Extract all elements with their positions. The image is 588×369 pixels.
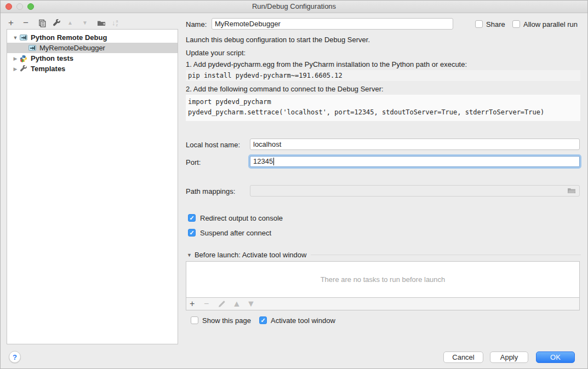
intro-text: Launch this debug configuration to start… [186, 36, 370, 44]
configurations-tree: ▼ Python Remote Debug MyRemoteDebugger ▶… [7, 29, 178, 344]
ok-button[interactable]: OK [536, 351, 575, 363]
activate-tool-window-checkbox[interactable]: ✓ [259, 316, 267, 324]
port-input[interactable]: 12345 [250, 156, 580, 167]
sort-az-icon: az [116, 19, 118, 27]
browse-folder-icon[interactable] [567, 187, 576, 194]
redirect-output-label: Redirect output to console [200, 214, 283, 222]
tree-item-label: Templates [31, 65, 65, 73]
edit-templates-button[interactable] [53, 18, 67, 28]
settrace-code[interactable]: import pydevd_pycharm pydevd_pycharm.set… [186, 95, 580, 121]
name-label: Name: [186, 20, 207, 28]
copy-icon [38, 19, 46, 27]
add-task-button[interactable]: + [190, 298, 204, 309]
run-debug-configurations-dialog: Run/Debug Configurations + − ▲ ▼ [0, 0, 588, 369]
window-title: Run/Debug Configurations [252, 2, 336, 10]
allow-parallel-run-checkbox[interactable] [512, 20, 520, 28]
apply-button[interactable]: Apply [490, 351, 528, 363]
remove-configuration-button[interactable]: − [23, 18, 38, 28]
before-launch-toolbar: + − ▲ ▼ [186, 298, 580, 310]
close-window-button[interactable] [5, 3, 12, 10]
new-folder-icon [97, 19, 106, 27]
share-checkbox[interactable] [475, 20, 483, 28]
path-mappings-label: Path mappings: [186, 187, 235, 195]
step1-text: 1. Add pydevd-pycharm.egg from the PyCha… [186, 60, 467, 68]
update-script-text: Update your script: [186, 49, 246, 57]
tree-item-myremotedebugger[interactable]: MyRemoteDebugger [7, 43, 178, 53]
pencil-icon [218, 301, 225, 308]
move-task-up-button[interactable]: ▲ [232, 298, 247, 309]
python-tests-icon [19, 55, 28, 62]
collapse-triangle-icon[interactable]: ▼ [187, 252, 192, 258]
suspend-after-connect-checkbox[interactable]: ✓ [188, 229, 196, 237]
expander-closed-icon[interactable]: ▶ [12, 56, 19, 61]
text-caret [273, 158, 274, 165]
tree-item-templates[interactable]: ▶ Templates [7, 64, 178, 74]
wrench-icon [19, 65, 28, 73]
before-launch-title: Before launch: Activate tool window [195, 251, 307, 259]
move-task-down-button[interactable]: ▼ [247, 298, 261, 309]
no-tasks-text: There are no tasks to run before launch [321, 275, 446, 284]
name-input[interactable] [212, 18, 453, 30]
add-configuration-button[interactable]: + [8, 18, 23, 28]
cancel-button[interactable]: Cancel [443, 351, 483, 363]
before-launch-header[interactable]: ▼ Before launch: Activate tool window [187, 251, 581, 259]
tree-item-python-tests[interactable]: ▶ Python tests [7, 53, 178, 64]
header-rule [311, 255, 581, 255]
zoom-window-button[interactable] [27, 3, 34, 10]
remote-debug-icon [19, 34, 28, 42]
remove-task-button[interactable]: − [204, 298, 218, 309]
copy-configuration-button[interactable] [38, 18, 53, 28]
show-this-page-label: Show this page [202, 316, 251, 325]
help-button[interactable]: ? [9, 351, 21, 363]
tree-item-python-remote-debug[interactable]: ▼ Python Remote Debug [7, 32, 178, 43]
tree-item-label: MyRemoteDebugger [39, 44, 105, 52]
tree-item-label: Python Remote Debug [31, 33, 107, 42]
local-host-name-label: Local host name: [186, 141, 240, 149]
edit-task-button[interactable] [218, 298, 232, 309]
port-label: Port: [186, 158, 201, 166]
share-label: Share [486, 20, 505, 28]
activate-tool-window-label: Activate tool window [271, 316, 335, 325]
tree-item-label: Python tests [31, 54, 73, 62]
move-up-button[interactable]: ▲ [67, 18, 82, 28]
pip-install-code[interactable]: pip install pydevd-pycharm~=191.6605.12 [186, 70, 580, 81]
wrench-icon [53, 19, 61, 27]
remote-debug-icon [28, 44, 37, 52]
show-this-page-checkbox[interactable] [191, 316, 198, 324]
port-value: 12345 [253, 157, 273, 166]
settrace-code-line1: import pydevd_pycharm [188, 97, 580, 107]
sort-arrow-icon: ↓ [112, 18, 116, 28]
redirect-output-checkbox[interactable]: ✓ [188, 214, 196, 222]
new-folder-button[interactable] [97, 18, 112, 28]
step2-text: 2. Add the following command to connect … [186, 85, 384, 93]
path-mappings-input[interactable] [250, 185, 580, 197]
port-input-focus-ring: 12345 [248, 154, 581, 169]
move-down-button[interactable]: ▼ [82, 18, 97, 28]
allow-parallel-run-label: Allow parallel run [523, 20, 578, 28]
sort-configurations-button[interactable]: ↓ az [112, 18, 127, 28]
title-bar[interactable]: Run/Debug Configurations [1, 1, 587, 13]
configurations-toolbar: + − ▲ ▼ ↓ az [8, 17, 127, 29]
minimize-window-button[interactable] [16, 3, 23, 10]
local-host-name-input[interactable] [250, 139, 580, 150]
expander-open-icon[interactable]: ▼ [12, 35, 19, 41]
before-launch-task-list[interactable]: There are no tasks to run before launch [186, 261, 580, 298]
suspend-after-connect-label: Suspend after connect [200, 229, 271, 237]
settrace-code-line2: pydevd_pycharm.settrace('localhost', por… [188, 107, 580, 118]
expander-closed-icon[interactable]: ▶ [12, 66, 19, 72]
